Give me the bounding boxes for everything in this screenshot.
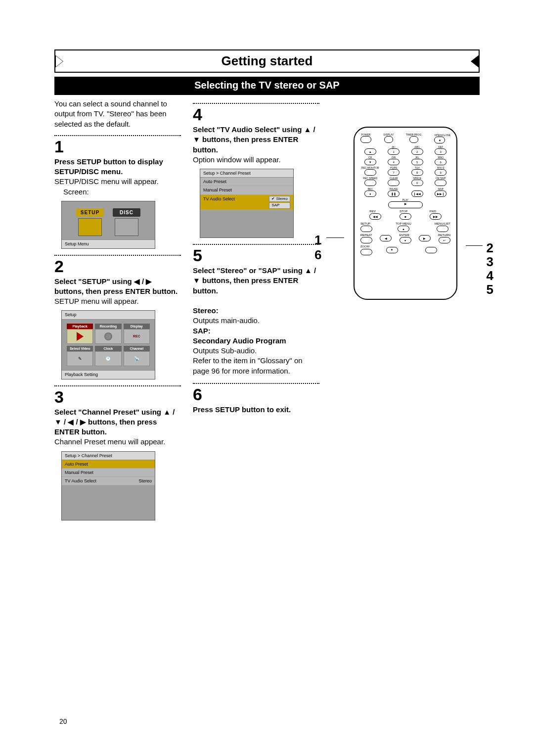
right-arrow-icon: ▶ xyxy=(80,418,86,426)
sap-label2: Secondary Audio Program xyxy=(193,336,319,346)
remote-display-button xyxy=(384,136,393,143)
step3-heading: Select "Channel Preset" using ▲ / ▼ / ◀ … xyxy=(54,407,181,437)
left-arrow-icon: ◀ xyxy=(68,418,74,426)
remote-enter: ● xyxy=(400,237,411,243)
step-number-1: 1 xyxy=(54,138,181,155)
remote-key-3: 3 xyxy=(435,148,446,155)
down-arrow-icon: ▼ xyxy=(193,135,200,143)
screen2-cell-channel: Channel xyxy=(124,346,150,351)
step4-body: Option window will appear. xyxy=(193,155,319,165)
divider xyxy=(193,103,319,104)
screen2-head: Setup xyxy=(62,311,155,319)
remote-fwd: ▶▶ xyxy=(430,213,442,220)
screen3-row3-value: Stereo xyxy=(138,478,152,484)
remote-control-diagram: POWER DISPLAY TIMER PROG. OPEN/CLOSE▲ ▲ … xyxy=(354,127,457,300)
screen4-row3: TV Audio Select xyxy=(203,196,269,209)
step-number-3: 3 xyxy=(54,388,181,405)
remote-ch-down: ▼ xyxy=(364,159,376,165)
remote-clear xyxy=(388,180,400,186)
screen4-row1: Auto Preset xyxy=(203,179,290,185)
screen1-footer: Setup Menu xyxy=(62,239,155,248)
remote-key-5: 5 xyxy=(411,159,423,165)
step1-screen-label: Screen: xyxy=(54,187,181,197)
up-arrow-icon: ▲ xyxy=(304,125,312,134)
sap-label1: SAP: xyxy=(193,326,319,336)
divider xyxy=(193,383,319,384)
remote-rev: ◀◀ xyxy=(369,213,381,220)
step-number-5: 5 xyxy=(193,247,319,264)
screen3-head: Setup > Channel Preset xyxy=(62,452,155,460)
remote-left: ◀ xyxy=(380,235,392,241)
screen1-tab-setup: SETUP xyxy=(76,208,104,217)
chapter-title: Getting started xyxy=(55,50,479,72)
screen4-head: Setup > Channel Preset xyxy=(200,169,293,178)
screen2-footer: Playback Setting xyxy=(62,370,155,378)
remote-key-7: 7 xyxy=(388,169,400,176)
check-icon: ✔ xyxy=(271,196,275,202)
antenna-icon: 📡 xyxy=(124,351,150,366)
step5-heading: Select "Stereo" or "SAP" using ▲ / ▼ but… xyxy=(193,266,319,296)
screen-channel-preset: Setup > Channel Preset Auto Preset Manua… xyxy=(61,451,155,520)
screen1-tab-disc: DISC xyxy=(113,208,140,217)
clock-icon: 🕐 xyxy=(95,351,121,366)
section-title: Selecting the TV stereo or SAP xyxy=(54,77,480,95)
callout-6: 6 xyxy=(314,246,321,264)
screen-tv-audio-select: Setup > Channel Preset Auto Preset Manua… xyxy=(200,169,294,238)
remote-topmenu: ▲ xyxy=(398,226,409,232)
intro-text: You can select a sound channel to output… xyxy=(54,99,181,129)
remote-key-4: 4 xyxy=(388,159,400,165)
leader-line-left xyxy=(326,237,344,238)
remote-key-0: 0 xyxy=(411,180,423,186)
remote-key-6: 6 xyxy=(435,159,446,165)
remote-power-button xyxy=(360,136,371,143)
remote-stop: ■ xyxy=(400,213,411,220)
remote-key-1: 1 xyxy=(388,148,400,155)
stereo-label: Stereo: xyxy=(193,306,319,316)
remote-menulist xyxy=(437,226,448,232)
step2-body: SETUP menu will appear. xyxy=(54,296,181,306)
chapter-banner: Getting started xyxy=(54,49,480,73)
remote-down: ▼ xyxy=(386,247,398,253)
screen2-cell-clock: Clock xyxy=(95,346,121,351)
remote-skip-fwd: ▶▶❙ xyxy=(435,190,446,197)
screen4-opt-stereo: ✔Stereo xyxy=(269,196,290,202)
screen2-cell-display: Display xyxy=(124,324,150,329)
screen-setup-grid: Setup Playback Recording DisplayREC Sele… xyxy=(61,310,155,379)
step4-heading: Select "TV Audio Select" using ▲ / ▼ but… xyxy=(193,125,319,155)
sap-desc: Outputs Sub-audio. xyxy=(193,346,319,356)
page-number: 20 xyxy=(59,717,67,726)
remote-open-button: ▲ xyxy=(434,137,445,143)
divider xyxy=(54,385,181,386)
record-icon xyxy=(104,332,112,340)
screen2-cell-playback: Playback xyxy=(67,324,93,329)
column-left: You can select a sound channel to output… xyxy=(54,99,181,526)
play-icon xyxy=(77,332,84,341)
step2-heading: Select "SETUP" using ◀ / ▶ buttons, then… xyxy=(54,277,181,297)
remote-timer-button xyxy=(409,136,418,143)
remote-return: ↩ xyxy=(439,237,450,243)
down-arrow-icon: ▼ xyxy=(54,418,62,426)
remote-repeat xyxy=(360,237,372,243)
screen2-cell-selectvideo: Select Video xyxy=(67,346,93,351)
column-middle: 4 Select "TV Audio Select" using ▲ / ▼ b… xyxy=(193,99,319,526)
leader-line-right xyxy=(466,245,483,246)
divider xyxy=(54,255,181,256)
remote-key-8: 8 xyxy=(411,169,423,176)
remote-ch-up: ▲ xyxy=(364,148,376,155)
step-number-6: 6 xyxy=(193,386,319,403)
remote-setup xyxy=(360,226,372,232)
remote-play: ▶ xyxy=(388,201,423,208)
step3-body: Channel Preset menu will appear. xyxy=(54,437,181,447)
step6-heading: Press SETUP button to exit. xyxy=(193,405,319,415)
remote-zoom xyxy=(360,249,372,255)
screen4-opt-sap: SAP xyxy=(269,202,290,209)
remote-cmskip xyxy=(435,180,446,186)
screen-setup-disc: SETUP DISC Setup Menu xyxy=(61,201,155,249)
glossary-ref: Refer to the item in "Glossary" on page … xyxy=(193,356,319,376)
remote-right: ▶ xyxy=(419,235,431,241)
step-number-2: 2 xyxy=(54,258,181,275)
screen2-cell-recording: Recording xyxy=(95,324,121,329)
remote-pause: ❚❚ xyxy=(388,190,400,197)
up-arrow-icon: ▲ xyxy=(305,266,312,275)
divider xyxy=(193,244,319,245)
